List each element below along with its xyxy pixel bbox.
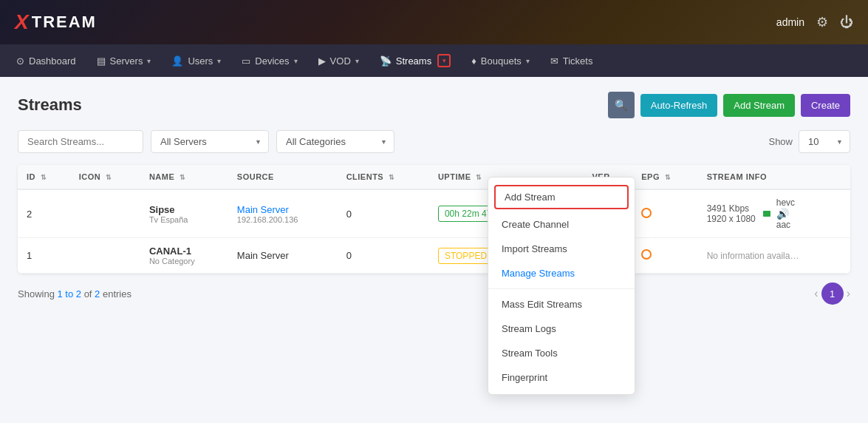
servers-select[interactable]: All Servers xyxy=(151,130,269,153)
dropdown-create-channel[interactable]: Create Channel xyxy=(488,212,635,237)
vod-icon: ▶ xyxy=(318,55,326,67)
stream-bar-green xyxy=(763,211,770,217)
dropdown-manage-streams-label: Manage Streams xyxy=(502,268,575,279)
servers-arrow-icon: ▾ xyxy=(147,57,151,65)
admin-label: admin xyxy=(776,16,804,28)
users-arrow-icon: ▾ xyxy=(217,57,221,65)
sidebar-item-dashboard[interactable]: ⊙ Dashboard xyxy=(7,51,85,71)
bouquets-icon: ♦ xyxy=(471,55,476,67)
stream-name-label: Sipse xyxy=(149,204,219,215)
icon-sort-icon[interactable]: ⇅ xyxy=(106,174,112,181)
sidebar-item-devices[interactable]: ▭ Devices ▾ xyxy=(233,51,306,71)
prev-page-button[interactable]: ‹ xyxy=(814,287,818,300)
sidebar-item-streams[interactable]: 📡 Streams ▾ xyxy=(371,50,459,72)
topbar-right: admin ⚙ ⏻ xyxy=(776,14,853,30)
showing-total: 2 xyxy=(95,288,100,300)
logo-text: TREAM xyxy=(32,13,97,32)
uptime-sort-icon[interactable]: ⇅ xyxy=(476,174,482,181)
showing-text: Showing 1 to 2 of 2 entries xyxy=(18,288,131,300)
stream-name-label: CANAL-1 xyxy=(149,246,219,257)
filter-row: All Servers All Categories Show 10 25 50 xyxy=(18,130,850,153)
nav-servers-label: Servers xyxy=(110,55,143,67)
col-source: SOURCE xyxy=(228,165,338,189)
streams-icon: 📡 xyxy=(380,55,392,67)
stream-sub-label: Tv España xyxy=(149,215,219,224)
row-epg xyxy=(632,238,697,274)
row-id: 2 xyxy=(18,189,70,238)
dropdown-add-stream[interactable]: Add Stream xyxy=(494,185,629,209)
nav-devices-label: Devices xyxy=(255,55,289,67)
col-name: NAME ⇅ xyxy=(140,165,228,189)
clients-sort-icon[interactable]: ⇅ xyxy=(389,174,395,181)
epg-sort-icon[interactable]: ⇅ xyxy=(665,174,671,181)
nav-bouquets-label: Bouquets xyxy=(481,55,522,67)
sidebar-item-bouquets[interactable]: ♦ Bouquets ▾ xyxy=(462,51,539,71)
row-clients: 0 xyxy=(338,238,429,274)
col-stream-info: STREAM INFO xyxy=(698,165,850,189)
navbar: ⊙ Dashboard ▤ Servers ▾ 👤 Users ▾ ▭ Devi… xyxy=(0,44,868,77)
col-clients: CLIENTS ⇅ xyxy=(338,165,429,189)
logo: X TREAM xyxy=(15,10,97,34)
categories-select[interactable]: All Categories xyxy=(276,130,394,153)
col-icon: ICON ⇅ xyxy=(70,165,140,189)
streams-dropdown-arrow-icon[interactable]: ▾ xyxy=(437,54,451,67)
next-page-button[interactable]: › xyxy=(847,287,850,300)
streams-table: ID ⇅ ICON ⇅ NAME ⇅ SOURCE CLIENTS ⇅ UPTI… xyxy=(18,165,850,274)
users-icon: 👤 xyxy=(171,55,183,67)
row-source: Main Server 192.168.200.136 xyxy=(228,189,338,238)
codec-video: hevc xyxy=(776,197,795,208)
logo-x-icon: X xyxy=(15,10,29,34)
dropdown-mass-edit-label: Mass Edit Streams xyxy=(502,299,582,310)
search-input[interactable] xyxy=(18,130,143,153)
dropdown-fingerprint[interactable]: Fingerprint xyxy=(488,365,635,390)
sidebar-item-tickets[interactable]: ✉ Tickets xyxy=(541,51,602,71)
power-button[interactable]: ⏻ xyxy=(840,15,853,30)
streams-table-container: ID ⇅ ICON ⇅ NAME ⇅ SOURCE CLIENTS ⇅ UPTI… xyxy=(18,165,850,274)
dashboard-icon: ⊙ xyxy=(16,55,24,67)
content-area: Streams 🔍 Auto-Refresh Add Stream Create… xyxy=(0,77,868,423)
header-actions: 🔍 Auto-Refresh Add Stream Create xyxy=(608,92,850,118)
nav-tickets-label: Tickets xyxy=(563,55,593,67)
col-epg: EPG ⇅ xyxy=(632,165,697,189)
stream-sub-label: No Category xyxy=(149,257,219,265)
pagination: ‹ 1 › xyxy=(814,282,850,305)
sidebar-item-servers[interactable]: ▤ Servers ▾ xyxy=(88,51,160,71)
table-footer: Showing 1 to 2 of 2 entries ‹ 1 › xyxy=(18,274,850,314)
dropdown-add-stream-label: Add Stream xyxy=(505,192,556,203)
dropdown-stream-tools[interactable]: Stream Tools xyxy=(488,341,635,365)
row-clients: 0 xyxy=(338,189,429,238)
name-sort-icon[interactable]: ⇅ xyxy=(180,174,186,181)
create-button[interactable]: Create xyxy=(801,94,850,117)
page-1-button[interactable]: 1 xyxy=(821,282,844,305)
servers-select-wrapper: All Servers xyxy=(151,130,269,153)
vod-arrow-icon: ▾ xyxy=(355,57,359,65)
dropdown-mass-edit[interactable]: Mass Edit Streams xyxy=(488,292,635,317)
sidebar-item-users[interactable]: 👤 Users ▾ xyxy=(163,51,230,71)
codec-audio: aac xyxy=(776,220,795,230)
dropdown-stream-tools-label: Stream Tools xyxy=(502,348,558,359)
source-link[interactable]: Main Server xyxy=(237,204,289,215)
show-count-select[interactable]: 10 25 50 xyxy=(799,130,850,153)
dropdown-import-streams[interactable]: Import Streams xyxy=(488,237,635,261)
add-stream-button[interactable]: Add Stream xyxy=(723,94,795,117)
search-button[interactable]: 🔍 xyxy=(608,92,635,118)
dropdown-stream-logs-label: Stream Logs xyxy=(502,323,556,334)
table-header-row: ID ⇅ ICON ⇅ NAME ⇅ SOURCE CLIENTS ⇅ UPTI… xyxy=(18,165,850,189)
id-sort-icon[interactable]: ⇅ xyxy=(41,174,47,181)
dropdown-stream-logs[interactable]: Stream Logs xyxy=(488,317,635,341)
sidebar-item-vod[interactable]: ▶ VOD ▾ xyxy=(310,51,368,71)
table-row: 1 CANAL-1 No Category Main Server 0 STOP… xyxy=(18,238,850,274)
row-name: Sipse Tv España xyxy=(140,189,228,238)
row-stream-info: No information availa… xyxy=(698,238,850,274)
devices-arrow-icon: ▾ xyxy=(294,57,298,65)
devices-icon: ▭ xyxy=(242,55,250,67)
nav-dashboard-label: Dashboard xyxy=(29,55,76,67)
stream-info-kbps: 3491 Kbps xyxy=(707,203,756,214)
settings-button[interactable]: ⚙ xyxy=(816,14,828,30)
dropdown-import-streams-label: Import Streams xyxy=(502,243,567,254)
autorefresh-button[interactable]: Auto-Refresh xyxy=(640,94,718,117)
row-name: CANAL-1 No Category xyxy=(140,238,228,274)
dropdown-manage-streams[interactable]: Manage Streams xyxy=(488,261,635,285)
page-header: Streams 🔍 Auto-Refresh Add Stream Create xyxy=(18,92,850,118)
showing-range: 1 to 2 xyxy=(57,288,81,300)
